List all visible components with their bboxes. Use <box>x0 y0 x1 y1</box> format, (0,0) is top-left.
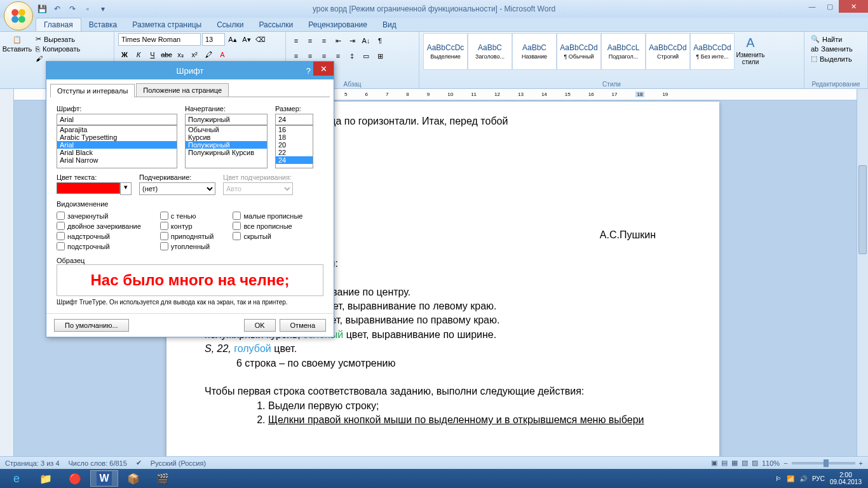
dialog-title-bar[interactable]: Шрифт ? ✕ <box>46 62 334 79</box>
style-item[interactable]: AaBbCcDdСтрогий <box>646 33 690 70</box>
redo-icon[interactable]: ↷ <box>66 3 79 15</box>
underline-select[interactable]: (нет) <box>139 182 215 195</box>
scroll-thumb[interactable] <box>858 165 867 254</box>
zoom-slider-thumb[interactable] <box>824 459 829 467</box>
line-spacing-icon[interactable]: ‡ <box>346 50 358 62</box>
font-style-input[interactable] <box>185 114 268 125</box>
text-color-swatch[interactable] <box>57 182 120 194</box>
select-button[interactable]: ⬚Выделить <box>808 54 864 64</box>
paste-button[interactable]: 📋 Вставить <box>4 33 31 53</box>
tab-page-layout[interactable]: Разметка страницы <box>125 18 209 31</box>
maximize-button[interactable]: ▢ <box>821 0 839 13</box>
bullets-icon[interactable]: ≡ <box>290 34 302 47</box>
ok-button[interactable]: OK <box>244 319 276 332</box>
underline-icon[interactable]: Ч <box>146 48 159 61</box>
effect-checkbox[interactable]: все прописные <box>233 222 302 230</box>
dialog-tab-position[interactable]: Положение на странице <box>136 83 229 97</box>
tab-view[interactable]: Вид <box>375 18 404 31</box>
default-button[interactable]: По умолчанию... <box>54 319 129 332</box>
new-doc-icon[interactable]: ▫ <box>81 3 94 15</box>
cancel-button[interactable]: Отмена <box>280 319 326 332</box>
style-item[interactable]: AaBbCcLПодзагол... <box>601 33 646 70</box>
list-item[interactable]: 18 <box>276 133 313 141</box>
subscript-icon[interactable]: x₂ <box>174 48 187 61</box>
align-left-icon[interactable]: ≡ <box>290 50 302 62</box>
list-item[interactable]: Полужирный <box>186 141 267 149</box>
dialog-help-icon[interactable]: ? <box>306 66 311 76</box>
list-item[interactable]: Курсив <box>186 133 267 141</box>
list-item[interactable]: Обычный <box>186 126 267 133</box>
size-list[interactable]: 1618202224 <box>275 125 313 168</box>
font-color-icon[interactable]: A <box>216 48 229 61</box>
list-item[interactable]: Aparajita <box>57 126 177 133</box>
dialog-close-button[interactable]: ✕ <box>313 62 334 76</box>
effect-checkbox[interactable]: контур <box>160 222 214 230</box>
status-language[interactable]: Русский (Россия) <box>151 459 206 467</box>
dialog-tab-indents[interactable]: Отступы и интервалы <box>50 84 135 97</box>
save-icon[interactable]: 💾 <box>36 3 48 15</box>
taskbar-word-icon[interactable]: W <box>90 470 118 487</box>
outdent-icon[interactable]: ⇤ <box>332 34 344 47</box>
zoom-in-icon[interactable]: + <box>859 459 863 467</box>
list-item[interactable]: Полужирный Курсив <box>186 149 267 156</box>
view-read-icon[interactable]: ▤ <box>721 459 728 467</box>
style-item[interactable]: AaBbCЗаголово... <box>468 33 512 70</box>
view-outline-icon[interactable]: ▧ <box>742 459 748 467</box>
justify-icon[interactable]: ≡ <box>332 50 344 62</box>
show-marks-icon[interactable]: ¶ <box>374 34 386 47</box>
change-styles-button[interactable]: A Изменить стили <box>737 33 764 65</box>
tab-insert[interactable]: Вставка <box>81 18 125 31</box>
style-list[interactable]: ОбычныйКурсивПолужирныйПолужирный Курсив <box>185 125 268 168</box>
effect-checkbox[interactable]: с тенью <box>160 212 214 220</box>
effect-checkbox[interactable]: подстрочный <box>57 242 141 250</box>
italic-icon[interactable]: К <box>132 48 145 61</box>
taskbar-explorer-icon[interactable]: 📁 <box>32 470 60 487</box>
list-item[interactable]: Arial <box>57 141 177 149</box>
effect-checkbox[interactable]: малые прописные <box>233 212 302 220</box>
grow-font-icon[interactable]: A▴ <box>226 33 239 46</box>
shading-icon[interactable]: ▭ <box>360 50 372 62</box>
effect-checkbox[interactable]: зачеркнутый <box>57 212 141 220</box>
align-right-icon[interactable]: ≡ <box>318 50 330 62</box>
zoom-out-icon[interactable]: − <box>783 459 787 467</box>
find-button[interactable]: 🔍Найти <box>808 34 864 44</box>
copy-button[interactable]: ⎘Копировать <box>33 44 83 53</box>
close-button[interactable]: ✕ <box>839 0 868 13</box>
status-page[interactable]: Страница: 3 из 4 <box>5 459 60 467</box>
list-item[interactable]: 16 <box>276 126 313 133</box>
font-size-input[interactable] <box>275 114 313 125</box>
list-item[interactable]: 22 <box>276 149 313 156</box>
tab-references[interactable]: Ссылки <box>209 18 251 31</box>
style-item[interactable]: AaBbCcDd¶ Без инте... <box>690 33 735 70</box>
undo-icon[interactable]: ↶ <box>51 3 64 15</box>
list-item[interactable]: Arial Narrow <box>57 156 177 164</box>
minimize-button[interactable]: — <box>803 0 821 13</box>
effect-checkbox[interactable]: приподнятый <box>160 232 214 240</box>
clear-format-icon[interactable]: ⌫ <box>254 33 267 46</box>
superscript-icon[interactable]: x² <box>188 48 201 61</box>
tray-clock[interactable]: 2:00 09.04.2013 <box>830 471 865 485</box>
vertical-scrollbar[interactable] <box>857 89 868 459</box>
effect-checkbox[interactable]: двойное зачеркивание <box>57 222 141 230</box>
list-item[interactable]: 20 <box>276 141 313 149</box>
sort-icon[interactable]: A↓ <box>360 34 372 47</box>
color-dropdown-icon[interactable]: ▾ <box>120 182 132 195</box>
tray-flag-icon[interactable]: 🏳 <box>775 475 782 482</box>
effect-checkbox[interactable]: скрытый <box>233 232 302 240</box>
taskbar-media-icon[interactable]: 🎬 <box>149 470 177 487</box>
effect-checkbox[interactable]: надстрочный <box>57 232 141 240</box>
tray-volume-icon[interactable]: 🔊 <box>799 475 807 482</box>
cut-button[interactable]: ✂Вырезать <box>33 34 83 44</box>
taskbar-chrome-icon[interactable]: 🔴 <box>61 470 89 487</box>
proofing-icon[interactable]: ✔ <box>136 459 142 467</box>
strike-icon[interactable]: abc <box>160 48 173 61</box>
tab-mailings[interactable]: Рассылки <box>251 18 301 31</box>
multilevel-icon[interactable]: ≡ <box>318 34 330 47</box>
style-item[interactable]: AaBbCcDd¶ Обычный <box>557 33 601 70</box>
style-item[interactable]: AaBbCcDcВыделение <box>423 33 468 70</box>
tab-home[interactable]: Главная <box>36 18 81 31</box>
font-list[interactable]: AparajitaArabic TypesettingArialArial Bl… <box>57 125 177 168</box>
bold-icon[interactable]: Ж <box>118 48 131 61</box>
view-draft-icon[interactable]: ▨ <box>752 459 758 467</box>
zoom-level[interactable]: 110% <box>762 459 780 467</box>
